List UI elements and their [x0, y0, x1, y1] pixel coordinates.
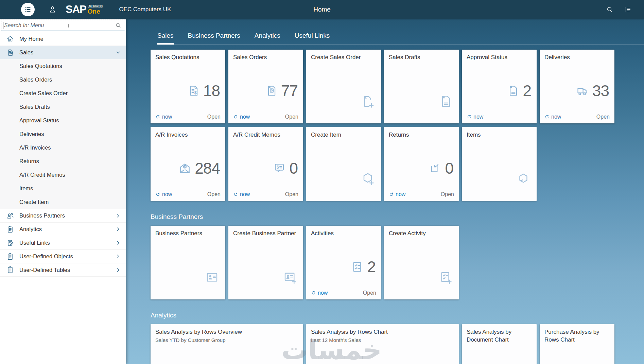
tile-count: 0: [445, 159, 453, 177]
refresh-icon: [155, 192, 160, 197]
tile-refresh-button[interactable]: now: [311, 290, 328, 296]
doc-pen-icon: [6, 239, 14, 247]
tile-refresh-button[interactable]: now: [233, 114, 250, 120]
tile-sales-quotations[interactable]: Sales Quotations$18nowOpen: [151, 50, 225, 123]
tile-open-link[interactable]: Open: [363, 290, 376, 296]
sidebar-item-label: Useful Links: [19, 240, 50, 246]
tile-title: Sales Drafts: [389, 54, 454, 62]
contact-card-icon: [205, 270, 219, 284]
tile-refresh-button[interactable]: now: [233, 191, 250, 197]
sidebar-item-my-home[interactable]: My Home: [0, 32, 126, 46]
sidebar-item-a-r-invoices[interactable]: A/R Invoices: [0, 141, 126, 154]
sidebar-item-analytics[interactable]: Analytics: [0, 222, 126, 236]
tile-kpi: $0: [273, 159, 298, 177]
tile-open-link[interactable]: Open: [285, 114, 298, 120]
tile-footer: nowOpen: [155, 114, 221, 120]
tile-refresh-label: now: [473, 114, 483, 120]
sidebar-item-items[interactable]: Items: [0, 181, 126, 195]
sidebar-item-approval-status[interactable]: Approval Status: [0, 114, 126, 127]
svg-text:$: $: [271, 88, 273, 92]
tile-footer: now: [467, 114, 532, 120]
tile-refresh-button[interactable]: now: [155, 114, 172, 120]
tile-title: Sales Analysis by Rows Overview: [155, 328, 298, 336]
tile-returns[interactable]: Returns0nowOpen: [384, 127, 459, 201]
sidebar-item-sales-quotations[interactable]: Sales Quotations: [0, 59, 126, 73]
tile-sales-analysis-by-rows-overview[interactable]: Sales Analysis by Rows OverviewSales YTD…: [151, 324, 303, 364]
tile-purchase-analysis-by-rows-chart[interactable]: Purchase Analysis by Rows Chart: [540, 324, 614, 364]
tile-title: Deliveries: [544, 54, 610, 62]
tile-refresh-button[interactable]: now: [467, 114, 483, 120]
user-button[interactable]: [48, 5, 57, 14]
tile-create-item[interactable]: Create Item: [306, 127, 381, 201]
sidebar-item-user-defined-objects[interactable]: User-Defined Objects: [0, 249, 126, 263]
sidebar-item-business-partners[interactable]: Business Partners: [0, 209, 126, 222]
sidebar-menu: My Home$SalesSales QuotationsSales Order…: [0, 32, 126, 277]
doc-dollar-icon: $: [265, 84, 278, 97]
sidebar-item-returns[interactable]: Returns: [0, 154, 126, 168]
tile-open-link[interactable]: Open: [285, 191, 298, 197]
sidebar-item-useful-links[interactable]: Useful Links: [0, 236, 126, 249]
section-title-analytics: Analytics: [151, 312, 644, 319]
tile-count: 0: [289, 159, 298, 177]
sidebar-item-sales[interactable]: $Sales: [0, 46, 126, 59]
search-icon: [115, 22, 121, 29]
tile-open-link[interactable]: Open: [207, 191, 221, 197]
sidebar-item-sales-orders[interactable]: Sales Orders: [0, 73, 126, 86]
global-search-button[interactable]: [606, 6, 613, 13]
chevron-right-icon: [115, 212, 121, 219]
tile-deliveries[interactable]: Deliveries33nowOpen: [540, 50, 614, 123]
sidebar-item-label: Returns: [19, 158, 39, 164]
sidebar-item-deliveries[interactable]: Deliveries: [0, 127, 126, 141]
tile-footer: nowOpen: [233, 191, 298, 197]
tile-create-activity[interactable]: Create Activity: [384, 226, 459, 299]
logo-sap-text: SAP: [66, 4, 86, 15]
tab-analytics[interactable]: Analytics: [255, 32, 280, 45]
tile-approval-status[interactable]: Approval Status2now: [462, 50, 537, 123]
tile-open-link[interactable]: Open: [207, 114, 221, 120]
notifications-list-button[interactable]: [624, 6, 632, 13]
menu-search-input[interactable]: [1, 22, 115, 29]
sidebar-item-user-defined-tables[interactable]: User-Defined Tables: [0, 263, 126, 277]
sidebar-item-create-sales-order[interactable]: Create Sales Order: [0, 86, 126, 100]
sidebar-item-sales-drafts[interactable]: Sales Drafts: [0, 100, 126, 114]
doc-dollar-lines-icon: $: [187, 84, 200, 97]
people-icon: [6, 212, 14, 220]
sidebar-item-label: Sales: [19, 49, 33, 56]
section-business-partners: Business PartnersBusiness PartnersCreate…: [151, 213, 644, 299]
svg-text:$: $: [11, 51, 12, 54]
menu-toggle-button[interactable]: [21, 3, 35, 16]
tile-grid-sales: Sales Quotations$18nowOpenSales Orders$7…: [151, 50, 620, 201]
svg-text:$: $: [194, 90, 197, 95]
sidebar-item-label: Items: [19, 185, 33, 192]
tile-activities[interactable]: Activities2nowOpen: [306, 226, 381, 299]
tab-business-partners[interactable]: Business Partners: [188, 32, 240, 45]
tile-sales-analysis-by-document-chart[interactable]: Sales Analysis by Document Chart: [462, 324, 537, 364]
tile-sales-orders[interactable]: Sales Orders$77nowOpen: [228, 50, 303, 123]
sidebar-item-create-item[interactable]: Create Item: [0, 195, 126, 209]
tile-refresh-button[interactable]: now: [155, 191, 172, 197]
tile-sales-drafts[interactable]: Sales Drafts: [384, 50, 459, 123]
tile-title: Approval Status: [467, 54, 532, 62]
sidebar-item-a-r-credit-memos[interactable]: A/R Credit Memos: [0, 168, 126, 181]
tile-a-r-credit-memos[interactable]: A/R Credit Memos$0nowOpen: [228, 127, 303, 201]
tab-useful-links[interactable]: Useful Links: [295, 32, 330, 45]
tile-kpi: $284: [178, 159, 220, 177]
tile-business-partners[interactable]: Business Partners: [151, 226, 225, 299]
tile-refresh-label: now: [162, 114, 172, 120]
sidebar: My Home$SalesSales QuotationsSales Order…: [0, 19, 126, 364]
tile-sales-analysis-by-rows-chart[interactable]: Sales Analysis by Rows ChartLast 12 Mont…: [306, 324, 459, 364]
tile-refresh-button[interactable]: now: [544, 114, 561, 120]
tile-refresh-button[interactable]: now: [389, 191, 405, 197]
tab-sales[interactable]: Sales: [157, 32, 174, 45]
tile-a-r-invoices[interactable]: A/R Invoices$284nowOpen: [151, 127, 225, 201]
tile-open-link[interactable]: Open: [441, 191, 454, 197]
tile-title: Sales Analysis by Document Chart: [467, 328, 532, 344]
tile-title: Sales Analysis by Rows Chart: [311, 328, 454, 336]
tile-kpi: 33: [576, 82, 609, 100]
contact-card-plus-icon: [283, 270, 297, 284]
tile-create-sales-order[interactable]: Create Sales Order: [306, 50, 381, 123]
tile-refresh-label: now: [318, 290, 328, 296]
tile-open-link[interactable]: Open: [596, 114, 610, 120]
tile-items[interactable]: Items: [462, 127, 537, 201]
tile-create-business-partner[interactable]: Create Business Partner: [228, 226, 303, 299]
